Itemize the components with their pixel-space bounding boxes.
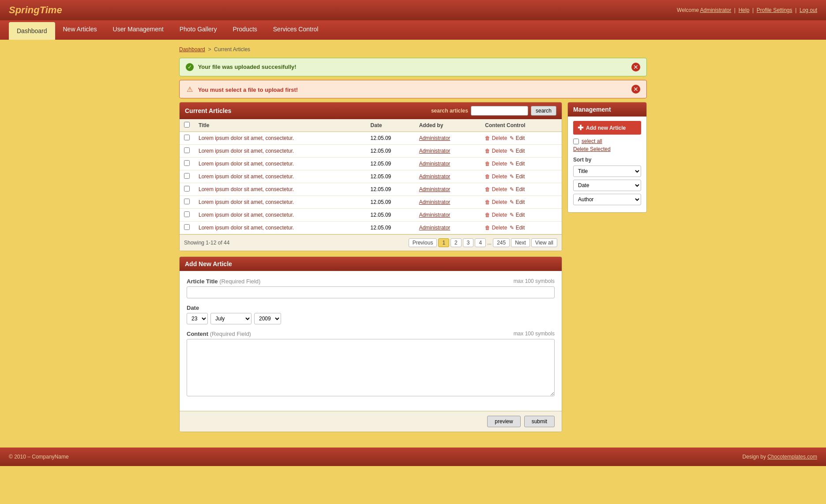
article-title-link-6[interactable]: Lorem ipsum dolor sit amet, consectetur. [199, 212, 294, 218]
footer-design: Design by Chocotemplates.com [743, 454, 817, 460]
tab-user-management[interactable]: User Management [105, 20, 172, 40]
row-date-0: 12.05.09 [366, 132, 415, 145]
row-title-7: Lorem ipsum dolor sit amet, consectetur. [194, 222, 366, 234]
header-content-control: Content Control [481, 119, 562, 132]
added-by-link-4[interactable]: Administrator [419, 186, 451, 192]
select-all-checkbox[interactable] [573, 139, 579, 144]
row-title-1: Lorem ipsum dolor sit amet, consectetur. [194, 145, 366, 158]
row-checkbox-7[interactable] [184, 224, 190, 230]
added-by-link-5[interactable]: Administrator [419, 199, 451, 205]
row-checkbox-3[interactable] [184, 173, 190, 179]
breadcrumb-home[interactable]: Dashboard [179, 46, 205, 53]
edit-btn-0[interactable]: ✎ Edit [510, 135, 525, 141]
pagination-page-2[interactable]: 2 [451, 238, 462, 247]
delete-btn-1[interactable]: 🗑 Delete [485, 148, 507, 154]
help-link[interactable]: Help [739, 7, 750, 13]
articles-table: Title Date Added by Content Control Lore… [180, 119, 562, 234]
row-checkbox-2[interactable] [184, 160, 190, 166]
article-title-link-5[interactable]: Lorem ipsum dolor sit amet, consectetur. [199, 199, 294, 205]
delete-btn-2[interactable]: 🗑 Delete [485, 161, 507, 167]
row-checkbox-1[interactable] [184, 147, 190, 153]
sort-date-select[interactable]: Date [573, 180, 641, 191]
alert-success-close[interactable]: ✕ [631, 63, 640, 71]
pagination-page-245[interactable]: 245 [493, 238, 510, 247]
add-new-article-button[interactable]: ✚ Add new Article [573, 121, 641, 135]
management-body: ✚ Add new Article select all Delete Sele… [568, 117, 646, 212]
date-month-select[interactable]: JanuaryFebruaryMarchAprilMayJuneJulyAugu… [210, 313, 252, 324]
profile-settings-link[interactable]: Profile Settings [757, 7, 792, 13]
username-link[interactable]: Administrator [700, 7, 732, 13]
edit-btn-6[interactable]: ✎ Edit [510, 212, 525, 218]
tab-new-articles[interactable]: New Articles [55, 20, 105, 40]
pagination-previous[interactable]: Previous [409, 238, 437, 247]
edit-btn-7[interactable]: ✎ Edit [510, 225, 525, 231]
added-by-link-3[interactable]: Administrator [419, 173, 451, 180]
delete-btn-4[interactable]: 🗑 Delete [485, 186, 507, 192]
delete-btn-0[interactable]: 🗑 Delete [485, 135, 507, 141]
footer-design-link[interactable]: Chocotemplates.com [767, 454, 817, 460]
select-all-link[interactable]: select all [582, 138, 602, 144]
edit-btn-3[interactable]: ✎ Edit [510, 173, 525, 180]
tab-services-control[interactable]: Services Control [265, 20, 327, 40]
edit-btn-1[interactable]: ✎ Edit [510, 148, 525, 154]
edit-btn-2[interactable]: ✎ Edit [510, 161, 525, 167]
content-label-row: Content (Required Field) max 100 symbols [187, 331, 555, 337]
delete-btn-3[interactable]: 🗑 Delete [485, 173, 507, 180]
added-by-link-7[interactable]: Administrator [419, 225, 451, 231]
sort-author-select[interactable]: Author [573, 194, 641, 205]
select-all-checkbox-header[interactable] [184, 122, 190, 128]
date-year-select[interactable]: 20072008200920102011 [254, 313, 281, 324]
add-article-header: Add New Article [180, 257, 562, 271]
added-by-link-6[interactable]: Administrator [419, 212, 451, 218]
logout-link[interactable]: Log out [800, 7, 817, 13]
date-day-select[interactable]: 1234567891011121314151617181920212223242… [187, 313, 208, 324]
article-title-link-2[interactable]: Lorem ipsum dolor sit amet, consectetur. [199, 161, 294, 167]
row-checkbox-5[interactable] [184, 199, 190, 204]
warning-icon: ⚠ [186, 85, 194, 93]
pagination-next[interactable]: Next [511, 238, 530, 247]
row-added-by-1: Administrator [415, 145, 481, 158]
row-checkbox-0[interactable] [184, 135, 190, 140]
delete-selected-link[interactable]: Delete Selected [573, 146, 641, 152]
footer-copyright: © 2010 – CompanyName [9, 454, 69, 460]
added-by-link-2[interactable]: Administrator [419, 161, 451, 167]
add-article-title: Add New Article [185, 260, 232, 267]
tab-photo-gallery[interactable]: Photo Gallery [172, 20, 225, 40]
article-title-link-4[interactable]: Lorem ipsum dolor sit amet, consectetur. [199, 186, 294, 192]
added-by-link-1[interactable]: Administrator [419, 148, 451, 154]
pagination-page-3[interactable]: 3 [463, 238, 474, 247]
pagination-view-all[interactable]: View all [531, 238, 557, 247]
preview-button[interactable]: preview [487, 416, 520, 427]
article-title-link-0[interactable]: Lorem ipsum dolor sit amet, consectetur. [199, 135, 294, 141]
header-checkbox-cell [180, 119, 194, 132]
table-row: Lorem ipsum dolor sit amet, consectetur.… [180, 183, 562, 196]
row-checkbox-4[interactable] [184, 186, 190, 192]
row-title-6: Lorem ipsum dolor sit amet, consectetur. [194, 209, 366, 222]
delete-btn-7[interactable]: 🗑 Delete [485, 225, 507, 231]
submit-button[interactable]: submit [524, 416, 555, 427]
article-title-link-3[interactable]: Lorem ipsum dolor sit amet, consectetur. [199, 173, 294, 180]
tab-dashboard[interactable]: Dashboard [9, 22, 55, 40]
search-input[interactable] [471, 106, 528, 116]
main-layout: Current Articles search articles search … [179, 102, 647, 432]
added-by-link-0[interactable]: Administrator [419, 135, 451, 141]
article-title-link-1[interactable]: Lorem ipsum dolor sit amet, consectetur. [199, 148, 294, 154]
edit-btn-4[interactable]: ✎ Edit [510, 186, 525, 192]
row-title-2: Lorem ipsum dolor sit amet, consectetur. [194, 158, 366, 170]
article-title-input[interactable] [187, 286, 555, 298]
content-textarea[interactable] [187, 339, 555, 396]
table-row: Lorem ipsum dolor sit amet, consectetur.… [180, 158, 562, 170]
edit-btn-5[interactable]: ✎ Edit [510, 199, 525, 205]
sort-title-select[interactable]: Title [573, 165, 641, 177]
row-checkbox-6[interactable] [184, 211, 190, 217]
alert-error-close[interactable]: ✕ [631, 85, 640, 94]
article-title-link-7[interactable]: Lorem ipsum dolor sit amet, consectetur. [199, 225, 294, 231]
search-button[interactable]: search [531, 106, 556, 116]
tab-products[interactable]: Products [225, 20, 265, 40]
pagination-page-1[interactable]: 1 [438, 238, 449, 247]
pagination-page-4[interactable]: 4 [475, 238, 486, 247]
delete-btn-6[interactable]: 🗑 Delete [485, 212, 507, 218]
delete-btn-5[interactable]: 🗑 Delete [485, 199, 507, 205]
row-control-4: 🗑 Delete ✎ Edit [481, 183, 562, 196]
row-date-4: 12.05.09 [366, 183, 415, 196]
